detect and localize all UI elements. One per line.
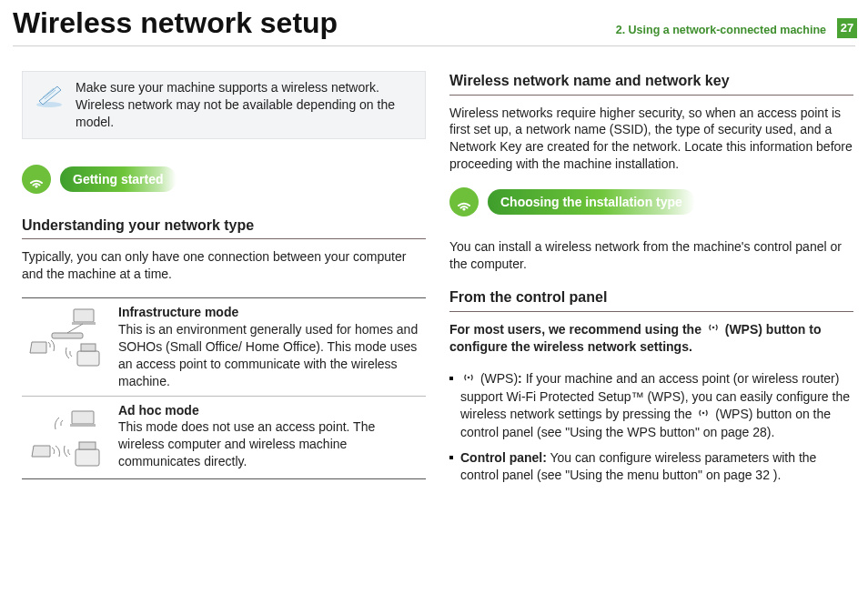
svg-rect-10 (76, 449, 99, 466)
sub-understanding: Understanding your network type (22, 216, 426, 240)
sub-controlpanel: From the control panel (449, 287, 853, 312)
mode-table: Infrastructure mode This is an environme… (22, 297, 426, 478)
svg-rect-4 (52, 333, 83, 338)
bullet-dot (449, 456, 453, 459)
adhoc-desc: This mode does not use an access point. … (118, 419, 375, 468)
bullet-list: (WPS): If your machine and an access poi… (449, 370, 853, 484)
page-title: Wireless network setup (13, 4, 338, 43)
svg-rect-11 (79, 442, 96, 449)
understanding-body: Typically, you can only have one connect… (22, 248, 426, 283)
right-column: Wireless network name and network key Wi… (449, 71, 853, 493)
bullet-wps-colon: : (518, 371, 526, 386)
bullet-dot (449, 377, 453, 380)
section-getting-started: Getting started (22, 165, 426, 194)
header-rule (13, 45, 855, 46)
wps-icon (707, 321, 720, 338)
svg-point-14 (468, 377, 470, 379)
infra-title: Infrastructure mode (118, 304, 422, 321)
adhoc-desc-block: Ad hoc mode This mode does not use an ac… (118, 402, 422, 471)
mode-row-infrastructure: Infrastructure mode This is an environme… (22, 298, 426, 396)
page-number: 27 (837, 18, 857, 38)
netname-body: Wireless networks require higher securit… (449, 105, 853, 174)
svg-rect-2 (74, 309, 94, 322)
wifi-icon (449, 187, 479, 216)
choosing-body: You can install a wireless network from … (449, 238, 853, 273)
adhoc-title: Ad hoc mode (118, 402, 422, 419)
svg-rect-9 (70, 424, 96, 427)
section-label: Choosing the installation type (488, 189, 695, 215)
svg-point-12 (462, 208, 465, 211)
adhoc-diagram-icon (25, 402, 109, 473)
bullet-controlpanel: Control panel: You can configure wireles… (449, 449, 853, 484)
left-column: Make sure your machine supports a wirele… (22, 71, 426, 493)
svg-rect-6 (77, 351, 99, 366)
page-header: Wireless network setup 2. Using a networ… (0, 0, 868, 44)
svg-line-5 (67, 324, 83, 333)
wps-icon (697, 407, 710, 424)
svg-rect-3 (72, 322, 96, 325)
chapter-label: 2. Using a network-connected machine (616, 23, 826, 38)
svg-rect-7 (81, 344, 96, 351)
infra-desc-block: Infrastructure mode This is an environme… (118, 304, 422, 389)
svg-point-15 (702, 411, 705, 414)
note-callout: Make sure your machine supports a wirele… (22, 71, 426, 139)
wps-icon (462, 371, 475, 388)
bullet-wps-label: (WPS) (477, 371, 518, 386)
wifi-icon (22, 165, 51, 194)
recommend-line: For most users, we recommend using the (… (449, 321, 853, 357)
svg-point-13 (712, 327, 715, 329)
note-icon (34, 81, 65, 108)
bullet-wps-content: (WPS): If your machine and an access poi… (460, 370, 853, 440)
bullet-cp-content: Control panel: You can configure wireles… (460, 449, 853, 484)
svg-rect-8 (72, 411, 94, 424)
note-text: Make sure your machine supports a wirele… (76, 79, 414, 131)
bullet-cp-label: Control panel: (460, 450, 547, 465)
bullet-wps: (WPS): If your machine and an access poi… (449, 370, 853, 440)
recommend-prefix: For most users, we recommend using the (449, 322, 705, 337)
svg-point-1 (35, 185, 37, 187)
mode-row-adhoc: Ad hoc mode This mode does not use an ac… (22, 397, 426, 478)
infra-desc: This is an environment generally used fo… (118, 322, 418, 388)
sub-netname: Wireless network name and network key (449, 71, 853, 96)
section-label: Getting started (60, 166, 177, 192)
section-choosing: Choosing the installation type (449, 187, 853, 216)
infrastructure-diagram-icon (25, 304, 109, 375)
